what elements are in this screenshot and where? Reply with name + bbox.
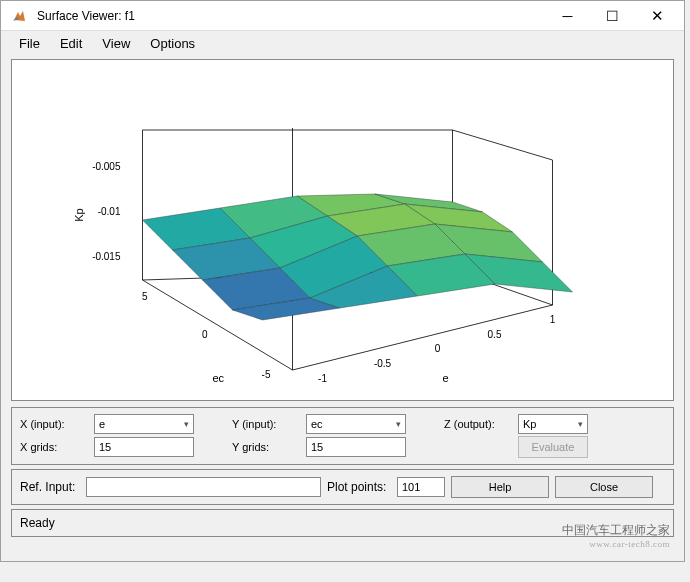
- surface-chart-svg: -0.005 -0.01 -0.015 Kp 5 0 -5 ec -1 -0.5…: [12, 60, 673, 400]
- y-tick: -5: [262, 369, 271, 380]
- watermark: 中国汽车工程师之家 www.car-tech8.com: [562, 523, 670, 551]
- z-output-select[interactable]: Kp▾: [518, 414, 588, 434]
- menu-bar: File Edit View Options: [1, 31, 684, 55]
- y-grids-input[interactable]: 15: [306, 437, 406, 457]
- close-window-button[interactable]: ✕: [635, 1, 680, 30]
- y-input-select[interactable]: ec▾: [306, 414, 406, 434]
- menu-view[interactable]: View: [92, 33, 140, 54]
- y-input-label: Y (input):: [232, 418, 302, 430]
- window-title: Surface Viewer: f1: [33, 9, 545, 23]
- title-bar[interactable]: Surface Viewer: f1 ─ ☐ ✕: [1, 1, 684, 31]
- x-input-label: X (input):: [20, 418, 90, 430]
- io-panel: X (input): e▾ Y (input): ec▾ Z (output):…: [11, 407, 674, 465]
- ref-input-label: Ref. Input:: [20, 480, 80, 494]
- ref-input-field[interactable]: [86, 477, 321, 497]
- svg-line-9: [293, 305, 553, 370]
- x-tick: 0.5: [488, 329, 502, 340]
- close-button[interactable]: Close: [555, 476, 653, 498]
- plot-points-label: Plot points:: [327, 480, 391, 494]
- x-grids-input[interactable]: 15: [94, 437, 194, 457]
- svg-line-2: [453, 130, 553, 160]
- x-input-select[interactable]: e▾: [94, 414, 194, 434]
- x-grids-label: X grids:: [20, 441, 90, 453]
- plot-points-input[interactable]: 101: [397, 477, 445, 497]
- x-axis-label: e: [443, 372, 449, 384]
- z-tick: -0.01: [98, 206, 121, 217]
- chevron-down-icon: ▾: [396, 419, 401, 429]
- x-tick: -0.5: [374, 358, 392, 369]
- evaluate-button[interactable]: Evaluate: [518, 436, 588, 458]
- x-tick: 0: [435, 343, 441, 354]
- z-output-label: Z (output):: [444, 418, 514, 430]
- help-button[interactable]: Help: [451, 476, 549, 498]
- ref-panel: Ref. Input: Plot points: 101 Help Close: [11, 469, 674, 505]
- menu-edit[interactable]: Edit: [50, 33, 92, 54]
- x-tick: 1: [550, 314, 556, 325]
- minimize-button[interactable]: ─: [545, 1, 590, 30]
- app-window: Surface Viewer: f1 ─ ☐ ✕ File Edit View …: [0, 0, 685, 562]
- surface-plot[interactable]: -0.005 -0.01 -0.015 Kp 5 0 -5 ec -1 -0.5…: [11, 59, 674, 401]
- y-axis-label: ec: [213, 372, 225, 384]
- y-grids-label: Y grids:: [232, 441, 302, 453]
- menu-options[interactable]: Options: [140, 33, 205, 54]
- menu-file[interactable]: File: [9, 33, 50, 54]
- y-tick: 0: [202, 329, 208, 340]
- maximize-button[interactable]: ☐: [590, 1, 635, 30]
- y-tick: 5: [142, 291, 148, 302]
- chevron-down-icon: ▾: [578, 419, 583, 429]
- chevron-down-icon: ▾: [184, 419, 189, 429]
- z-tick: -0.005: [92, 161, 121, 172]
- status-text: Ready: [20, 516, 55, 530]
- z-axis-label: Kp: [73, 208, 85, 221]
- matlab-icon: [11, 8, 27, 24]
- z-tick: -0.015: [92, 251, 121, 262]
- x-tick: -1: [318, 373, 327, 384]
